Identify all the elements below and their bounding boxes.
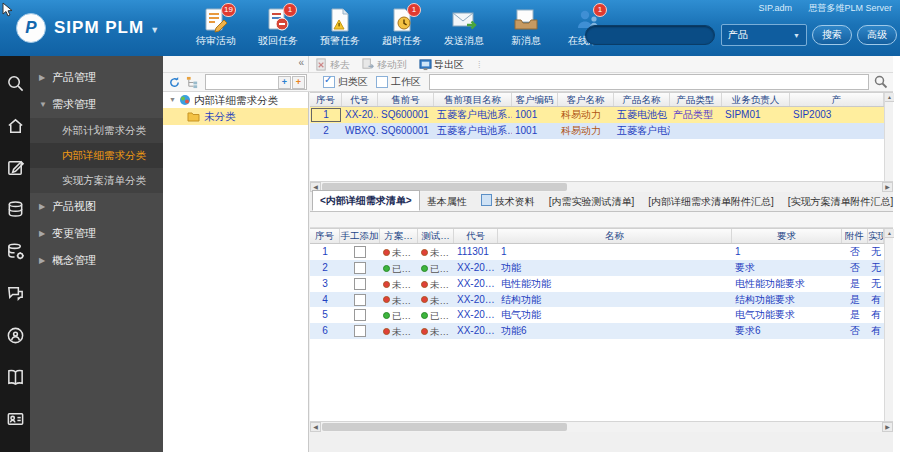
table-row[interactable]: 4未…未…XX-20…结构功能结构功能要求是有: [310, 292, 893, 308]
rail-broadcast-button[interactable]: [0, 316, 30, 358]
column-header[interactable]: 附件: [842, 229, 868, 243]
tree-expand-icon[interactable]: ▼: [169, 92, 176, 108]
search-category-select[interactable]: 产品 ▼: [721, 24, 807, 46]
refresh-icon[interactable]: [168, 76, 181, 89]
horizontal-scrollbar[interactable]: ◀ ▶: [310, 421, 893, 432]
column-header[interactable]: 名称: [498, 229, 732, 243]
rail-edit-button[interactable]: [0, 148, 30, 190]
tree-view-icon[interactable]: [186, 76, 199, 89]
column-header[interactable]: 方案…: [380, 229, 418, 243]
column-header[interactable]: 代号: [342, 93, 378, 106]
sidebar-item-产品视图[interactable]: ▶产品视图: [30, 193, 163, 220]
server-name: 思普多维PLM Server: [808, 3, 892, 13]
rail-sipm-search-button[interactable]: [0, 64, 30, 106]
toolbar-rejected-tasks[interactable]: 1驳回任务: [247, 7, 309, 48]
checkbox-icon[interactable]: [354, 325, 366, 337]
column-header[interactable]: 客户编码: [512, 93, 558, 106]
cell-status: 未…: [380, 323, 418, 339]
column-header[interactable]: 产品类型: [670, 93, 722, 106]
cell-code: XX-20…: [454, 292, 498, 308]
add-orange-icon[interactable]: +: [292, 76, 305, 89]
search-icon[interactable]: [873, 74, 889, 90]
classify-area-checkbox[interactable]: [323, 76, 335, 88]
move-to-button[interactable]: 移动到: [362, 58, 407, 72]
tab-内部详细需求清单[interactable]: <内部详细需求清单>: [312, 190, 420, 211]
tab-基本属性[interactable]: 基本属性: [420, 192, 474, 211]
cell: 2: [310, 123, 342, 139]
table-row[interactable]: 1XX-20…SQ600001五菱客户电池系…1001科易动力五菱电池包产品类型…: [310, 107, 893, 123]
remove-button[interactable]: 移去: [315, 58, 350, 72]
column-header[interactable]: 业务负责人: [722, 93, 790, 106]
status-label: 已…: [392, 310, 411, 321]
tree-node-unclassified[interactable]: 未分类: [163, 108, 308, 125]
sidebar-item-概念管理[interactable]: ▶概念管理: [30, 247, 163, 274]
cell-req: 电性能功能要求: [732, 276, 842, 292]
tree-filter-input[interactable]: + +: [205, 74, 307, 90]
add-blue-icon[interactable]: +: [278, 76, 291, 89]
column-header[interactable]: 实现: [868, 229, 884, 243]
scroll-right-icon[interactable]: ▶: [882, 182, 893, 192]
sidebar-item-需求管理[interactable]: ▼需求管理: [30, 91, 163, 118]
rail-database-gear-button[interactable]: [0, 232, 30, 274]
table-row[interactable]: 2已…已…XX-20…功能要求否无: [310, 260, 893, 276]
table-row[interactable]: 6未…未…XX-20…功能6要求6否有: [310, 323, 893, 339]
table-row[interactable]: 2WBXQ…SQ600001五菱客户电池系…1001科易动力五菱客户电池系统: [310, 123, 893, 139]
checkbox-icon[interactable]: [354, 294, 366, 306]
checkbox-icon[interactable]: [354, 309, 366, 321]
column-header[interactable]: 售前号: [378, 93, 434, 106]
table-row[interactable]: 3未…未…XX-20…电性能功能电性能功能要求是无: [310, 276, 893, 292]
export-area-button[interactable]: 导出区: [419, 58, 464, 72]
toolbar-send-message[interactable]: 发送消息: [433, 7, 495, 48]
grid-filter-input[interactable]: [429, 74, 869, 90]
sidebar-subitem-内部详细需求分类[interactable]: 内部详细需求分类: [30, 143, 163, 168]
checkbox-icon[interactable]: [354, 278, 366, 290]
column-header[interactable]: 客户名称: [558, 93, 614, 106]
column-header[interactable]: 产: [790, 93, 884, 106]
table-row[interactable]: 5已…已…XX-20…电气功能电气功能要求是有: [310, 307, 893, 323]
advanced-search-button[interactable]: 高级: [857, 25, 897, 45]
tab-内部详细需求清单附件汇总[interactable]: [内部详细需求清单附件汇总]: [641, 192, 781, 211]
tab-内需实验测试清单[interactable]: [内需实验测试清单]: [542, 192, 642, 211]
tab-技术资料[interactable]: 技术资料: [474, 192, 542, 211]
rail-book-button[interactable]: [0, 358, 30, 400]
sidebar-subitem-实现方案清单分类[interactable]: 实现方案清单分类: [30, 168, 163, 193]
rail-idcard-button[interactable]: [0, 400, 30, 442]
scroll-left-icon[interactable]: ◀: [310, 422, 321, 432]
checkbox-icon[interactable]: [354, 262, 366, 274]
folder-icon: [187, 111, 200, 122]
scroll-thumb[interactable]: [322, 423, 567, 431]
column-header[interactable]: 手工添加: [340, 229, 380, 243]
column-header[interactable]: 序号: [310, 93, 342, 106]
toolbar-overdue-tasks[interactable]: 1超时任务: [371, 7, 433, 48]
toolbar-pending-activities[interactable]: 19待审活动: [185, 7, 247, 48]
scroll-up-icon[interactable]: ▲: [885, 229, 894, 238]
column-header[interactable]: 序号: [310, 229, 340, 243]
workspace-checkbox[interactable]: [376, 76, 388, 88]
sidebar-subitem-外部计划需求分类[interactable]: 外部计划需求分类: [30, 118, 163, 143]
checkbox-icon[interactable]: [354, 246, 366, 258]
column-header[interactable]: 代号: [454, 229, 498, 243]
rail-home-button[interactable]: [0, 106, 30, 148]
toolbar-warning-tasks[interactable]: 预警任务: [309, 7, 371, 48]
column-header[interactable]: 产品名称: [614, 93, 670, 106]
global-search-input[interactable]: [585, 25, 715, 45]
column-header[interactable]: 售前项目名称: [434, 93, 512, 106]
column-header[interactable]: 要求: [732, 229, 842, 243]
vertical-scrollbar[interactable]: ▲: [884, 93, 893, 181]
column-header[interactable]: 测试…: [418, 229, 454, 243]
rail-chat-button[interactable]: [0, 274, 30, 316]
chevron-down-icon[interactable]: ▼: [150, 25, 159, 35]
search-button[interactable]: 搜索: [812, 25, 852, 45]
scroll-right-icon[interactable]: ▶: [882, 422, 893, 432]
tree-root-node[interactable]: ▼ 内部详细需求分类: [163, 92, 308, 108]
brand[interactable]: P SIPM PLM ▼: [16, 13, 159, 43]
collapse-panel-icon[interactable]: «: [298, 57, 304, 68]
vertical-scrollbar[interactable]: ▲: [884, 229, 893, 421]
sidebar-item-变更管理[interactable]: ▶变更管理: [30, 220, 163, 247]
table-row[interactable]: 1未…未…11130111否无: [310, 244, 893, 260]
sidebar-item-产品管理[interactable]: ▶产品管理: [30, 64, 163, 91]
tab-实现方案清单附件汇总[interactable]: [实现方案清单附件汇总]: [781, 192, 900, 211]
toolbar-new-message[interactable]: 新消息: [495, 7, 557, 48]
scroll-up-icon[interactable]: ▲: [885, 93, 894, 102]
rail-database-button[interactable]: [0, 190, 30, 232]
